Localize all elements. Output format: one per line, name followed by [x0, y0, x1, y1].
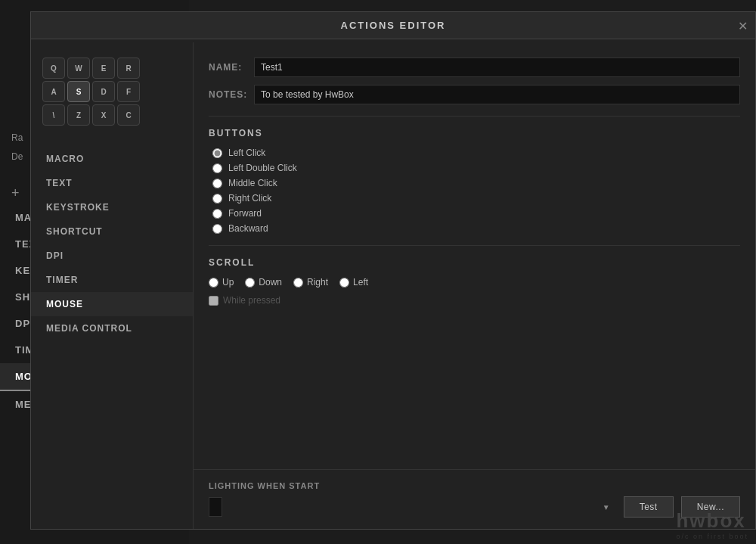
dialog-kb-row-3: \ Z X C: [42, 104, 181, 126]
dialog-nav-shortcut[interactable]: SHORTCUT: [31, 219, 193, 244]
dialog-nav-media-control[interactable]: MEDIA CONTROL: [31, 316, 193, 340]
radio-right-click-input[interactable]: [212, 194, 222, 204]
dialog-key-q: Q: [42, 58, 65, 79]
dialog-nav-mouse[interactable]: MOUSE: [31, 292, 193, 316]
radio-backward-input[interactable]: [212, 224, 222, 234]
add-button[interactable]: +: [11, 185, 20, 201]
close-button[interactable]: ✕: [738, 18, 748, 33]
radio-left-click-input[interactable]: [212, 148, 222, 158]
while-pressed-row: While pressed: [209, 295, 740, 306]
dialog-key-r: R: [117, 58, 140, 79]
hwbox-sub-text: o/c on first boot: [676, 533, 748, 540]
dialog-nav-dpi[interactable]: DPI: [31, 244, 193, 268]
radio-forward-input[interactable]: [212, 209, 222, 219]
dialog-key-e: E: [92, 58, 115, 79]
radio-left-double-click-input[interactable]: [212, 163, 222, 173]
buttons-section-title: BUTTONS: [209, 128, 740, 138]
scroll-down-label: Down: [259, 277, 282, 288]
dialog-key-backslash: \: [42, 104, 65, 126]
scroll-down[interactable]: Down: [245, 277, 282, 288]
scroll-row: Up Down Right Left: [209, 277, 740, 288]
lighting-select-wrapper: ▼: [209, 497, 616, 517]
dialog-header: ACTIONS EDITOR ✕: [31, 12, 755, 39]
name-input[interactable]: [254, 58, 740, 77]
dialog-keyboard-area: Q W E R A S D F \ Z X C: [31, 42, 193, 143]
dialog-key-c: C: [117, 104, 140, 126]
notes-input[interactable]: [254, 85, 740, 104]
radio-backward-label: Backward: [228, 223, 268, 234]
scroll-up[interactable]: Up: [209, 277, 234, 288]
dialog-nav-text[interactable]: TEXT: [31, 171, 193, 195]
scroll-left-input[interactable]: [339, 278, 349, 288]
scroll-right-input[interactable]: [293, 278, 303, 288]
dialog-nav-keystroke[interactable]: KEYSTROKE: [31, 195, 193, 219]
dialog-key-s: S: [67, 81, 90, 102]
dialog-nav: MACRO TEXT KEYSTROKE SHORTCUT DPI TIMER …: [31, 147, 193, 340]
scroll-right-label: Right: [307, 277, 328, 288]
dialog-left-panel: Q W E R A S D F \ Z X C MACRO TEXT KEYST…: [31, 42, 194, 529]
divider-2: [209, 245, 740, 246]
radio-middle-click[interactable]: Middle Click: [212, 178, 740, 188]
bottom-controls: ▼ Test New...: [209, 496, 740, 518]
scroll-section-title: SCROLL: [209, 257, 740, 268]
dialog-key-z: Z: [67, 104, 90, 126]
dialog-nav-macro[interactable]: MACRO: [31, 147, 193, 171]
radio-forward-label: Forward: [228, 208, 262, 219]
lighting-select[interactable]: [209, 497, 222, 517]
dialog-right-panel: NAME: NOTES: BUTTONS Left Click Left Dou…: [194, 42, 755, 529]
sidebar-ra-label: Ra: [11, 132, 23, 143]
radio-backward[interactable]: Backward: [212, 223, 740, 234]
radio-middle-click-input[interactable]: [212, 179, 222, 188]
dialog-nav-timer[interactable]: TIMER: [31, 268, 193, 292]
radio-right-click[interactable]: Right Click: [212, 193, 740, 204]
notes-label: NOTES:: [209, 89, 254, 100]
scroll-left[interactable]: Left: [339, 277, 368, 288]
radio-forward[interactable]: Forward: [212, 208, 740, 219]
scroll-up-input[interactable]: [209, 278, 218, 288]
scroll-down-input[interactable]: [245, 278, 255, 288]
hwbox-logo-text: hwbox: [676, 509, 748, 533]
scroll-right[interactable]: Right: [293, 277, 328, 288]
actions-editor-dialog: ACTIONS EDITOR ✕ Q W E R A S D F \ Z X C: [30, 11, 756, 530]
dialog-bottom: LIGHTING WHEN START ▼ Test New...: [194, 469, 755, 529]
dialog-title: ACTIONS EDITOR: [341, 20, 446, 31]
radio-left-double-click[interactable]: Left Double Click: [212, 163, 740, 173]
dialog-key-w: W: [67, 58, 90, 79]
dialog-kb-row-1: Q W E R: [42, 58, 181, 79]
dialog-key-a: A: [42, 81, 65, 102]
hwbox-logo-area: hwbox o/c on first boot: [676, 509, 748, 540]
divider-1: [209, 116, 740, 117]
dialog-key-d: D: [92, 81, 115, 102]
lighting-label: LIGHTING WHEN START: [209, 481, 740, 490]
radio-right-click-label: Right Click: [228, 193, 271, 204]
name-row: NAME:: [209, 58, 740, 77]
scroll-up-label: Up: [222, 277, 234, 288]
select-arrow-icon: ▼: [603, 503, 610, 511]
notes-row: NOTES:: [209, 85, 740, 104]
radio-left-double-click-label: Left Double Click: [228, 163, 297, 173]
buttons-radio-group: Left Click Left Double Click Middle Clic…: [212, 148, 740, 234]
dialog-key-f: F: [117, 81, 140, 102]
dialog-key-x: X: [92, 104, 115, 126]
scroll-left-label: Left: [353, 277, 368, 288]
radio-middle-click-label: Middle Click: [228, 178, 277, 188]
dialog-kb-row-2: A S D F: [42, 81, 181, 102]
while-pressed-label: While pressed: [223, 295, 280, 306]
name-label: NAME:: [209, 62, 254, 73]
test-button[interactable]: Test: [624, 496, 674, 518]
while-pressed-checkbox[interactable]: [209, 296, 218, 306]
radio-left-click[interactable]: Left Click: [212, 148, 740, 158]
radio-left-click-label: Left Click: [228, 148, 265, 158]
sidebar-de-label: De: [11, 151, 23, 162]
